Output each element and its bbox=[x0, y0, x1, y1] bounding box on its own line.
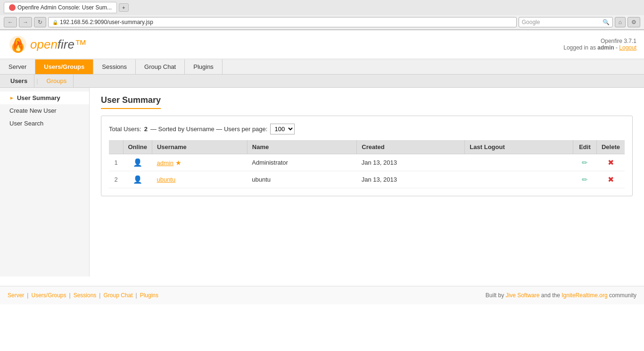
delete-icon[interactable]: ✖ bbox=[608, 159, 614, 167]
subnav-groups[interactable]: Groups bbox=[40, 75, 74, 87]
footer: Server | Users/Groups | Sessions | Group… bbox=[0, 286, 644, 304]
browser-tab[interactable]: Openfire Admin Console: User Sum... bbox=[4, 2, 117, 13]
col-last-logout: Last Logout bbox=[465, 140, 573, 154]
col-created: Created bbox=[357, 140, 465, 154]
new-tab-button[interactable]: + bbox=[119, 3, 128, 12]
footer-server-link[interactable]: Server bbox=[8, 292, 24, 299]
edit-icon[interactable]: ✏ bbox=[582, 159, 588, 167]
subnav-separator: | bbox=[34, 75, 40, 86]
col-online: Online bbox=[123, 140, 152, 154]
row-1-delete[interactable]: ✖ bbox=[596, 154, 625, 171]
total-users-count: 2 bbox=[144, 125, 148, 133]
col-delete: Delete bbox=[596, 140, 625, 154]
row-1-last-logout bbox=[465, 154, 573, 171]
search-bar[interactable]: Google 🔍 bbox=[519, 17, 613, 27]
main-nav: Server Users/Groups Sessions Group Chat … bbox=[0, 59, 644, 75]
sidebar-label-create-new-user: Create New User bbox=[9, 107, 57, 114]
per-page-select[interactable]: 100 25 50 bbox=[270, 124, 295, 134]
row-1-created: Jan 13, 2013 bbox=[357, 154, 465, 171]
sidebar-item-user-summary[interactable]: ► User Summary bbox=[0, 92, 89, 104]
home-button[interactable]: ⌂ bbox=[615, 17, 626, 27]
tab-favicon bbox=[9, 4, 16, 11]
version-text: Openfire 3.7.1 bbox=[563, 38, 636, 44]
row-1-username: admin ★ bbox=[152, 154, 247, 171]
row-1-num: 1 bbox=[109, 154, 123, 171]
logout-link[interactable]: Logout bbox=[619, 44, 636, 51]
sidebar-item-create-new-user[interactable]: Create New User bbox=[0, 104, 89, 117]
table-info-middle: — Sorted by Username — Users per page: bbox=[150, 125, 268, 133]
nav-server[interactable]: Server bbox=[0, 59, 35, 74]
search-placeholder: Google bbox=[522, 19, 601, 25]
row-2-username: ubuntu bbox=[152, 171, 247, 188]
app-logo: 🔥 openfire™ bbox=[8, 34, 87, 55]
lock-icon: 🔒 bbox=[52, 20, 58, 25]
browser-toolbar: ← → ↻ 🔒 192.168.56.2:9090/user-summary.j… bbox=[0, 15, 644, 30]
delete-icon[interactable]: ✖ bbox=[608, 176, 614, 184]
address-bar[interactable]: 🔒 192.168.56.2:9090/user-summary.jsp bbox=[48, 17, 517, 27]
table-info: Total Users: 2 — Sorted by Username — Us… bbox=[109, 124, 625, 134]
content-layout: ► User Summary Create New User User Sear… bbox=[0, 88, 644, 276]
nav-sessions[interactable]: Sessions bbox=[93, 59, 136, 74]
footer-plugins-link[interactable]: Plugins bbox=[140, 292, 158, 299]
col-edit: Edit bbox=[573, 140, 596, 154]
app-header: 🔥 openfire™ Openfire 3.7.1 Logged in as … bbox=[0, 30, 644, 59]
login-info: Logged in as admin - Logout bbox=[563, 44, 636, 51]
settings-button[interactable]: ⚙ bbox=[627, 17, 640, 27]
ubuntu-user-link[interactable]: ubuntu bbox=[157, 176, 175, 183]
nav-users-groups[interactable]: Users/Groups bbox=[35, 59, 93, 74]
row-2-name: ubuntu bbox=[247, 171, 356, 188]
forward-button[interactable]: → bbox=[19, 17, 32, 27]
sidebar-label-user-summary: User Summary bbox=[17, 94, 60, 101]
footer-group-chat-link[interactable]: Group Chat bbox=[103, 292, 132, 299]
refresh-button[interactable]: ↻ bbox=[34, 17, 46, 27]
nav-plugins[interactable]: Plugins bbox=[185, 59, 223, 74]
search-icon: 🔍 bbox=[603, 19, 610, 25]
back-button[interactable]: ← bbox=[4, 17, 17, 27]
browser-chrome: Openfire Admin Console: User Sum... + ← … bbox=[0, 0, 644, 30]
row-2-last-logout bbox=[465, 171, 573, 188]
person-icon: 👤 bbox=[133, 175, 142, 184]
main-content: User Summary Total Users: 2 — Sorted by … bbox=[90, 88, 644, 276]
footer-nav: Server | Users/Groups | Sessions | Group… bbox=[8, 292, 158, 299]
row-1-online: 👤 bbox=[123, 154, 152, 171]
total-users-prefix: Total Users: bbox=[109, 125, 141, 133]
nav-group-chat[interactable]: Group Chat bbox=[136, 59, 185, 74]
footer-users-groups-link[interactable]: Users/Groups bbox=[31, 292, 66, 299]
page-title: User Summary bbox=[101, 95, 161, 109]
tab-title: Openfire Admin Console: User Sum... bbox=[17, 4, 112, 11]
sidebar-label-user-search: User Search bbox=[9, 120, 43, 127]
col-username: Username bbox=[152, 140, 247, 154]
sidebar: ► User Summary Create New User User Sear… bbox=[0, 88, 90, 276]
ignite-realtime-link[interactable]: IgniteRealtime.org bbox=[561, 292, 607, 299]
footer-right: Built by Jive Software and the IgniteRea… bbox=[486, 292, 636, 299]
edit-icon[interactable]: ✏ bbox=[582, 176, 588, 184]
browser-titlebar: Openfire Admin Console: User Sum... + bbox=[0, 0, 644, 15]
address-text: 192.168.56.2:9090/user-summary.jsp bbox=[60, 19, 512, 25]
col-name: Name bbox=[247, 140, 356, 154]
subnav-users[interactable]: Users bbox=[4, 75, 34, 87]
admin-user-link[interactable]: admin bbox=[157, 159, 173, 167]
arrow-icon: ► bbox=[9, 95, 14, 100]
user-table: Online Username Name Created Last Logout… bbox=[109, 140, 625, 188]
footer-sessions-link[interactable]: Sessions bbox=[74, 292, 97, 299]
table-row: 1 👤 admin ★ Administrator Jan 13, 2013 ✏ bbox=[109, 154, 625, 171]
row-1-name: Administrator bbox=[247, 154, 356, 171]
row-2-created: Jan 13, 2013 bbox=[357, 171, 465, 188]
col-num bbox=[109, 140, 123, 154]
table-header-row: Online Username Name Created Last Logout… bbox=[109, 140, 625, 154]
logo-text: openfire™ bbox=[30, 37, 87, 52]
row-2-online: 👤 bbox=[123, 171, 152, 188]
row-1-edit[interactable]: ✏ bbox=[573, 154, 596, 171]
row-2-delete[interactable]: ✖ bbox=[596, 171, 625, 188]
sidebar-item-user-search[interactable]: User Search bbox=[0, 117, 89, 130]
table-container: Total Users: 2 — Sorted by Username — Us… bbox=[101, 116, 633, 196]
table-row: 2 👤 ubuntu ubuntu Jan 13, 2013 ✏ bbox=[109, 171, 625, 188]
app-info: Openfire 3.7.1 Logged in as admin - Logo… bbox=[563, 38, 636, 51]
admin-star-icon: ★ bbox=[175, 159, 182, 167]
row-2-num: 2 bbox=[109, 171, 123, 188]
sub-nav: Users | Groups bbox=[0, 75, 644, 88]
person-icon: 👤 bbox=[133, 158, 142, 167]
flame-icon: 🔥 bbox=[8, 34, 28, 55]
jive-software-link[interactable]: Jive Software bbox=[506, 292, 540, 299]
row-2-edit[interactable]: ✏ bbox=[573, 171, 596, 188]
